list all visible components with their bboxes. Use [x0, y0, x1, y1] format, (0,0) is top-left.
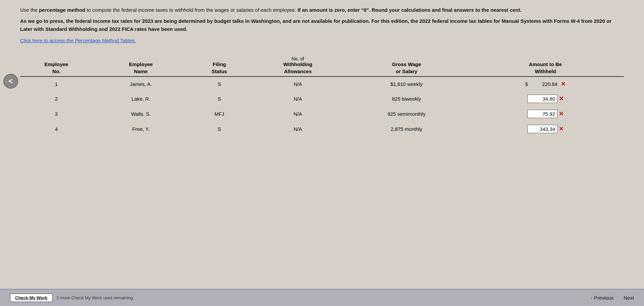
- table-row: 4Free, Y.SN/A2,875 monthly✕: [20, 121, 624, 137]
- cell-gross-wage: 925 semimonthly: [346, 106, 467, 121]
- remaining-uses-text: 2 more Check My Work uses remaining.: [57, 295, 134, 300]
- cell-amount-withheld: ✕: [467, 106, 624, 121]
- dollar-sign: $: [525, 81, 528, 87]
- col-allowances-subheader: Allowances: [250, 67, 346, 76]
- col-salary-subheader: or Salary: [346, 67, 467, 76]
- col-withheld-subheader: Withheld: [467, 67, 624, 76]
- cell-filing-status: S: [189, 121, 250, 137]
- amount-cell-container: ✕: [470, 95, 621, 103]
- col-withholding-header: No. of Withholding: [250, 55, 346, 67]
- amount-cell-container: ✕: [470, 125, 621, 133]
- cell-employee-no: 2: [20, 91, 93, 106]
- data-table-section: Employee Employee Filing No. of Withhold…: [20, 55, 624, 137]
- chevron-left-icon: ‹: [591, 294, 593, 301]
- footer-left: Check My Work 2 more Check My Work uses …: [10, 294, 134, 302]
- clear-icon-3[interactable]: ✕: [559, 110, 564, 117]
- col-filing-header: Filing: [189, 55, 250, 67]
- footer-bar: Check My Work 2 more Check My Work uses …: [0, 289, 644, 306]
- withholding-table: Employee Employee Filing No. of Withhold…: [20, 55, 624, 137]
- table-row: 2Lake, R.SN/A825 biweekly✕: [20, 91, 624, 106]
- check-my-work-button[interactable]: Check My Work: [10, 294, 53, 302]
- cell-allowances: N/A: [250, 76, 346, 91]
- table-header-row1: Employee Employee Filing No. of Withhold…: [20, 55, 624, 67]
- cell-employee-name: Walls, S.: [93, 106, 189, 121]
- amount-input-1[interactable]: [529, 80, 559, 88]
- cell-gross-wage: $1,610 weekly: [346, 76, 467, 91]
- cell-gross-wage: 825 biweekly: [346, 91, 467, 106]
- cell-employee-name: James, A.: [93, 76, 189, 91]
- cell-filing-status: MFJ: [189, 106, 250, 121]
- clear-icon-1[interactable]: ✕: [561, 81, 566, 88]
- cell-gross-wage: 2,875 monthly: [346, 121, 467, 137]
- next-link[interactable]: Next: [624, 295, 634, 301]
- table-header-row2: No. Name Status Allowances or Salary Wit…: [20, 67, 624, 76]
- back-button[interactable]: <: [3, 74, 18, 89]
- col-gross-header: Gross Wage: [346, 55, 467, 67]
- main-container: < Use the percentage method to compute t…: [0, 0, 644, 289]
- clear-icon-4[interactable]: ✕: [559, 125, 564, 133]
- cell-allowances: N/A: [250, 91, 346, 106]
- intro-paragraph-2: As we go to press, the federal income ta…: [20, 17, 624, 33]
- cell-employee-name: Free, Y.: [93, 121, 189, 137]
- cell-amount-withheld: ✕: [467, 121, 624, 137]
- previous-link[interactable]: ‹ Previous: [591, 294, 613, 301]
- table-row: 1James, A.SN/A$1,610 weekly$✕: [20, 76, 624, 91]
- cell-employee-no: 1: [20, 76, 93, 91]
- col-name-subheader: Name: [93, 67, 189, 76]
- cell-employee-no: 3: [20, 106, 93, 121]
- intro-paragraph-1: Use the percentage method to compute the…: [20, 6, 624, 14]
- cell-filing-status: S: [189, 76, 250, 91]
- cell-employee-name: Lake, R.: [93, 91, 189, 106]
- cell-amount-withheld: $✕: [467, 76, 624, 91]
- amount-input-3[interactable]: [527, 110, 557, 118]
- amount-cell-container: ✕: [470, 110, 621, 118]
- percentage-method-link[interactable]: Click here to access the Percentage Meth…: [20, 38, 624, 43]
- col-no-subheader: No.: [20, 67, 93, 76]
- amount-input-2[interactable]: [527, 95, 557, 103]
- table-body: 1James, A.SN/A$1,610 weekly$✕2Lake, R.SN…: [20, 76, 624, 137]
- table-row: 3Walls, S.MFJN/A925 semimonthly✕: [20, 106, 624, 121]
- clear-icon-2[interactable]: ✕: [559, 95, 564, 102]
- col-amount-header: Amount to Be: [467, 55, 624, 67]
- col-filing-subheader: Status: [189, 67, 250, 76]
- cell-employee-no: 4: [20, 121, 93, 137]
- col-employee-no-header: Employee: [20, 55, 93, 67]
- cell-filing-status: S: [189, 91, 250, 106]
- amount-cell-container: $✕: [470, 80, 621, 88]
- cell-allowances: N/A: [250, 121, 346, 137]
- cell-allowances: N/A: [250, 106, 346, 121]
- cell-amount-withheld: ✕: [467, 91, 624, 106]
- footer-right: ‹ Previous Next: [591, 294, 634, 301]
- col-employee-name-header: Employee: [93, 55, 189, 67]
- amount-input-4[interactable]: [527, 125, 557, 133]
